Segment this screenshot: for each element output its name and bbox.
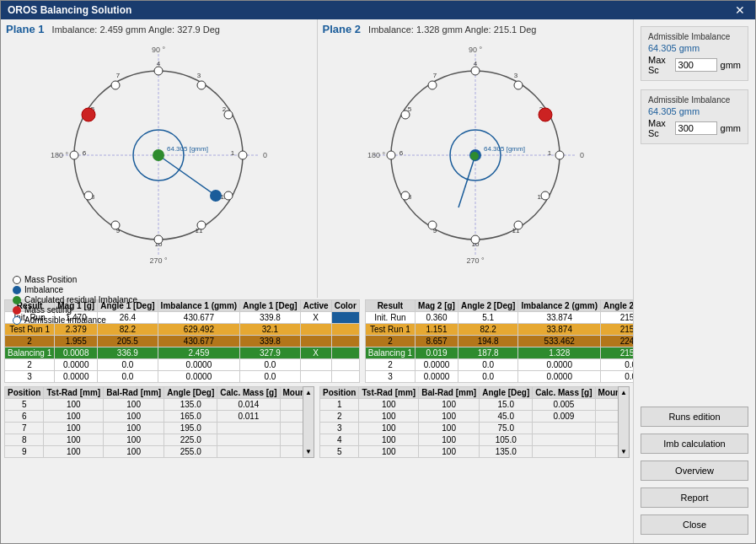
table-row: 2 1.955 205.5 430.677 339.8 — [5, 336, 360, 347]
plane2-panel: Plane 2 Imbalance: 1.328 gmm Angle: 215.… — [317, 19, 634, 298]
scrollbar1[interactable]: ▲ ▼ — [303, 386, 314, 458]
svg-point-25 — [197, 221, 206, 229]
col-angle2b: Angle 2 [Deg] — [600, 300, 633, 312]
results-table2: Result Mag 2 [g] Angle 2 [Deg] Imbalance… — [365, 299, 633, 383]
admissible2-number: 64.305 — [648, 106, 677, 116]
svg-text:3: 3 — [197, 72, 201, 79]
table-row: 110010015.00.0050.000 — [320, 399, 619, 411]
svg-point-20 — [154, 67, 163, 75]
bottom-table1-section: Position Tst-Rad [mm] Bal-Rad [mm] Angle… — [4, 386, 314, 458]
position-table1: Position Tst-Rad [mm] Bal-Rad [mm] Angle… — [4, 386, 303, 458]
diagrams-row: Plane 1 Imbalance: 2.459 gmm Angle: 327.… — [1, 19, 633, 298]
svg-text:180 °: 180 ° — [51, 151, 69, 159]
table-row: 310010075.0 — [320, 423, 619, 434]
svg-text:180 °: 180 ° — [367, 151, 386, 159]
maxsc2-input[interactable] — [675, 121, 717, 135]
legend: Mass Position Imbalance Calculated resid… — [6, 273, 312, 327]
table-row: 2 8.657 194.8 533.462 224.4 — [365, 336, 633, 347]
svg-point-65 — [401, 191, 410, 200]
svg-line-70 — [458, 155, 475, 207]
admissible1-unit: gmm — [679, 43, 700, 53]
svg-point-58 — [514, 81, 523, 89]
svg-text:6: 6 — [83, 149, 87, 157]
left-panels: Plane 1 Imbalance: 2.459 gmm Angle: 327.… — [1, 19, 633, 543]
svg-point-72 — [470, 152, 479, 160]
main-window: OROS Balancing Solution ✕ Plane 1 Imbala… — [0, 0, 756, 544]
bottom-tables-row: Position Tst-Rad [mm] Bal-Rad [mm] Angle… — [1, 386, 633, 458]
table-row: 6100100165.00.0110.000 — [5, 411, 303, 423]
table-row: 3 0.0000 0.0 0.0000 0.0 — [365, 371, 633, 383]
table-row: Balancing 1 0.019 187.8 1.328 215.1 X — [365, 347, 633, 359]
svg-text:0 °: 0 ° — [263, 151, 268, 159]
admissible1-section: Admissible Imbalance 64.305 gmm Max Sc g… — [641, 26, 748, 81]
legend-mass-position: Mass Position — [13, 275, 305, 284]
col-result2: Result — [365, 300, 415, 312]
col-angle2a: Angle 2 [Deg] — [458, 300, 517, 312]
runs-edition-button[interactable]: Runs edition — [641, 407, 748, 427]
maxsc1-unit: gmm — [721, 60, 741, 70]
imb-calculation-button[interactable]: Imb calculation — [641, 434, 748, 454]
admissible1-maxsc-row: Max Sc gmm — [648, 55, 741, 75]
plane1-panel: Plane 1 Imbalance: 2.459 gmm Angle: 327.… — [1, 19, 317, 298]
svg-text:1: 1 — [231, 149, 235, 157]
svg-point-68 — [428, 81, 437, 89]
plane1-info: Imbalance: 2.459 gmm Angle: 327.9 Deg — [52, 24, 220, 35]
titlebar: OROS Balancing Solution ✕ — [1, 1, 755, 19]
table-row: 4100100105.0 — [320, 434, 619, 446]
svg-point-34 — [210, 190, 222, 202]
svg-text:1: 1 — [548, 149, 552, 157]
svg-text:90 °: 90 ° — [152, 46, 166, 54]
svg-text:7: 7 — [116, 72, 121, 79]
plane1-label: Plane 1 — [6, 23, 45, 35]
plane2-svg: 90 ° 0 ° 270 ° 180 ° 4 3 2 1 12 11 10 9 — [366, 46, 585, 265]
table-row: 5100100135.00.0140.000 — [5, 399, 303, 411]
report-button[interactable]: Report — [641, 487, 748, 508]
svg-point-32 — [82, 108, 95, 121]
admissible2-section: Admissible Imbalance 64.305 gmm Max Sc g… — [641, 89, 748, 144]
svg-text:6: 6 — [399, 149, 404, 157]
legend-imbalance: Imbalance — [13, 285, 305, 294]
close-button[interactable]: Close — [641, 514, 748, 535]
admissible1-value: 64.305 gmm — [648, 43, 741, 53]
svg-point-27 — [111, 221, 120, 229]
scrollbar2[interactable]: ▲ ▼ — [618, 386, 630, 458]
svg-point-24 — [224, 191, 233, 200]
table-row: Init. Run 0.360 5.1 33.874 215.8 X — [365, 312, 633, 324]
svg-text:0 °: 0 ° — [580, 151, 585, 159]
svg-point-57 — [471, 67, 480, 75]
legend-mass-setting: Mass setting — [13, 305, 305, 315]
plane1-diagram: 90 ° 0 ° 270 ° 180 ° 4 3 2 1 12 11 10 — [6, 37, 312, 273]
svg-point-29 — [70, 151, 78, 159]
table-row: 7100100195.0 — [5, 423, 303, 434]
position-table2: Position Tst-Rad [mm] Bal-Rad [mm] Angle… — [319, 386, 618, 458]
table-row: 210010045.00.0090.000 — [320, 411, 619, 423]
svg-point-28 — [84, 191, 93, 200]
svg-point-26 — [154, 235, 163, 244]
svg-point-67 — [401, 110, 410, 119]
close-window-button[interactable]: ✕ — [732, 3, 748, 17]
plane2-label: Plane 2 — [323, 23, 362, 35]
admissible1-number: 64.305 — [648, 43, 677, 53]
window-title: OROS Balancing Solution — [8, 4, 131, 16]
admissible2-label: Admissible Imbalance — [648, 95, 741, 105]
col-imb2: Imbalance 2 (gmm) — [518, 300, 601, 312]
maxsc1-label: Max Sc — [648, 55, 672, 75]
bottom-table2-section: Position Tst-Rad [mm] Bal-Rad [mm] Angle… — [319, 386, 630, 458]
svg-point-21 — [197, 81, 206, 89]
admissible1-label: Admissible Imbalance — [648, 32, 741, 41]
main-content: Plane 1 Imbalance: 2.459 gmm Angle: 327.… — [1, 19, 755, 543]
overview-button[interactable]: Overview — [641, 461, 748, 481]
right-sidebar: Admissible Imbalance 64.305 gmm Max Sc g… — [633, 19, 755, 543]
svg-text:90 °: 90 ° — [469, 46, 483, 54]
svg-text:270 °: 270 ° — [150, 256, 169, 265]
svg-text:270 °: 270 ° — [466, 256, 485, 265]
svg-point-22 — [224, 110, 233, 119]
svg-point-23 — [239, 151, 247, 159]
plane2-info: Imbalance: 1.328 gmm Angle: 215.1 Deg — [368, 24, 536, 35]
legend-admissible: Admissible imbalance — [13, 315, 305, 325]
plane1-svg: 90 ° 0 ° 270 ° 180 ° 4 3 2 1 12 11 10 — [49, 46, 268, 265]
admissible2-unit: gmm — [679, 106, 700, 116]
svg-text:3: 3 — [514, 72, 518, 79]
legend-residual: Calculated residual Imbalance — [13, 295, 305, 304]
maxsc1-input[interactable] — [675, 58, 717, 72]
